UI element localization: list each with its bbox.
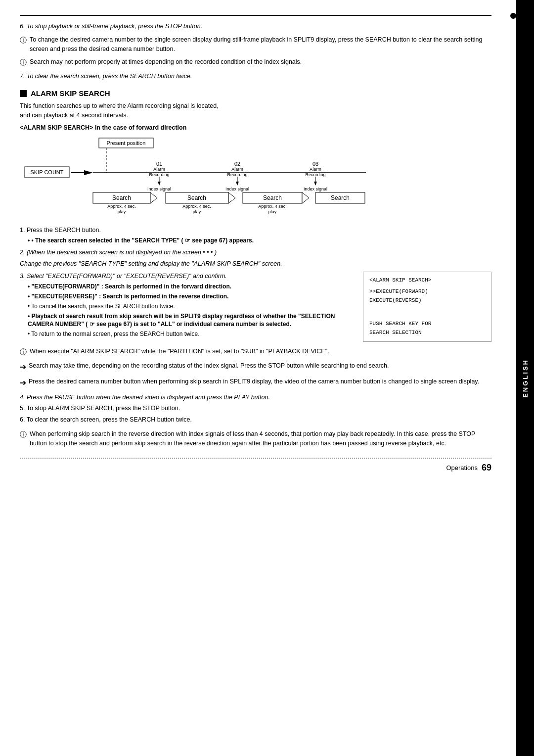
- svg-text:play: play: [193, 209, 201, 214]
- svg-text:Search: Search: [187, 194, 206, 201]
- svg-text:Search: Search: [331, 194, 350, 201]
- step3-text: 3. Select "EXECUTE(FORWARD)" or "EXECUTE…: [20, 272, 353, 281]
- svg-text:Approx. 4 sec.: Approx. 4 sec.: [107, 204, 136, 209]
- info-icon-2: ⓘ: [20, 57, 27, 68]
- svg-text:SKIP COUNT: SKIP COUNT: [30, 169, 63, 175]
- side-box-line4: PUSH SEARCH KEY FOR: [369, 320, 485, 329]
- svg-text:play: play: [118, 209, 126, 214]
- step3-bullet4: Playback of search result from skip sear…: [28, 312, 353, 329]
- step2-line1: 2. (When the desired search screen is no…: [20, 248, 491, 257]
- info-icon-4: ⓘ: [20, 429, 27, 448]
- step3-bullet3: To cancel the search, press the SEARCH b…: [28, 302, 353, 311]
- side-box-line1: >>EXECUTE(FORWARD): [369, 287, 485, 296]
- svg-text:01: 01: [156, 161, 162, 167]
- step6-text: 6. To clear the search screen, press the…: [20, 415, 491, 425]
- final-note-text: When performing skip search in the rever…: [30, 429, 491, 448]
- svg-text:Index signal: Index signal: [304, 187, 327, 191]
- svg-text:play: play: [268, 209, 277, 214]
- svg-text:Alarm: Alarm: [231, 167, 243, 172]
- arrow-icon-1: ➔: [20, 361, 26, 373]
- svg-text:Recording: Recording: [149, 172, 169, 177]
- step3-bullet2: "EXECUTE(REVERSE)" : Search is performed…: [28, 292, 353, 301]
- svg-text:Present position: Present position: [107, 140, 146, 146]
- section-desc: This function searches up to where the A…: [20, 101, 491, 120]
- step1: 1. Press the SEARCH button.: [20, 226, 491, 235]
- svg-text:Alarm: Alarm: [310, 167, 321, 172]
- side-tab: ENGLISH: [516, 0, 534, 756]
- svg-marker-23: [314, 182, 317, 186]
- heading-square: [20, 90, 27, 97]
- svg-marker-13: [158, 182, 161, 186]
- note2-text: Search may not perform properly at times…: [30, 57, 302, 68]
- step3-bullet5: To return to the normal screen, press th…: [28, 330, 353, 338]
- info-icon-3: ⓘ: [20, 347, 27, 357]
- step5-text: 5. To stop ALARM SKIP SEARCH, press the …: [20, 404, 491, 413]
- side-box-line2: EXECUTE(REVERSE): [369, 296, 485, 305]
- svg-text:Search: Search: [263, 194, 282, 201]
- svg-text:Index signal: Index signal: [225, 187, 249, 191]
- svg-text:Recording: Recording: [305, 172, 325, 177]
- step3-left: 3. Select "EXECUTE(FORWARD)" or "EXECUTE…: [20, 272, 353, 342]
- item6-text: 6. To stop playback or still-frame playb…: [20, 22, 491, 31]
- svg-marker-30: [228, 192, 235, 203]
- footer-label: Operations: [446, 464, 478, 472]
- step3-bullet1: "EXECUTE(FORWARD)" : Search is performed…: [28, 283, 353, 291]
- svg-text:03: 03: [312, 161, 318, 167]
- svg-marker-18: [236, 182, 239, 186]
- svg-text:Approx. 4 sec.: Approx. 4 sec.: [258, 204, 287, 209]
- svg-text:02: 02: [234, 161, 240, 167]
- svg-marker-33: [302, 192, 309, 203]
- item7-text: 7. To clear the search screen, press the…: [20, 72, 491, 81]
- svg-marker-27: [150, 192, 157, 203]
- step1-note: • The search screen selected in the "SEA…: [28, 236, 491, 245]
- note1-text: To change the desired camera number to t…: [30, 35, 491, 54]
- svg-text:Recording: Recording: [227, 172, 247, 177]
- side-tab-text: ENGLISH: [522, 359, 529, 398]
- side-box-title: <ALARM SKIP SEARCH>: [369, 276, 485, 285]
- svg-text:Index signal: Index signal: [147, 187, 171, 191]
- sub-heading: <ALARM SKIP SEARCH> In the case of forwa…: [20, 124, 491, 131]
- step2-line2: Change the previous "SEARCH TYPE" settin…: [20, 259, 491, 269]
- svg-text:Search: Search: [112, 194, 131, 201]
- page-footer: Operations 69: [20, 461, 491, 473]
- svg-text:Alarm: Alarm: [153, 167, 165, 172]
- arrow-note2-text: Press the desired camera number button w…: [29, 377, 479, 389]
- arrow-note1-text: Search may take time, depending on the r…: [29, 361, 389, 373]
- diagram-svg: Present position SKIP COUNT 01 02 03 A: [20, 137, 376, 216]
- svg-text:Approx. 4 sec.: Approx. 4 sec.: [182, 204, 211, 209]
- section-heading: ALARM SKIP SEARCH: [20, 89, 491, 97]
- side-box-line5: SEARCH SELECTION: [369, 329, 485, 337]
- step3-side-box: <ALARM SKIP SEARCH> >>EXECUTE(FORWARD) E…: [363, 272, 491, 342]
- step4-text: 4. Press the PAUSE button when the desir…: [20, 393, 491, 402]
- note3-text: When execute "ALARM SKIP SEARCH" while t…: [30, 347, 329, 357]
- info-icon-1: ⓘ: [20, 35, 27, 54]
- svg-marker-5: [71, 170, 93, 175]
- page-number: 69: [482, 463, 491, 473]
- diagram-container: Present position SKIP COUNT 01 02 03 A: [20, 137, 491, 218]
- bottom-line: [20, 458, 491, 459]
- arrow-icon-2: ➔: [20, 377, 26, 389]
